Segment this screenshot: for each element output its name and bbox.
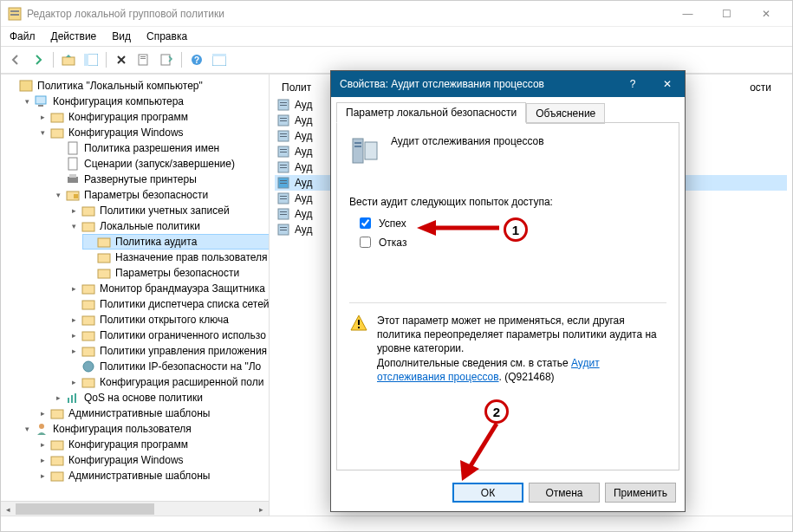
details-button[interactable] [210, 50, 229, 69]
audit-item-icon [276, 160, 290, 174]
tree-pubkey[interactable]: ▸Политики открытого ключа [67, 312, 270, 328]
tree-security[interactable]: ▾Параметры безопасности [51, 187, 270, 203]
tree-user-rights[interactable]: Назначение прав пользователя [82, 250, 270, 265]
folder-icon [81, 297, 95, 311]
collapse-icon[interactable]: ▾ [37, 127, 48, 138]
refresh-button[interactable] [134, 50, 153, 69]
dialog-close-button[interactable]: ✕ [650, 71, 685, 97]
apply-button[interactable]: Применить [605, 483, 676, 503]
maximize-button[interactable]: ☐ [707, 1, 746, 26]
tree-audit-policy[interactable]: Политика аудита [82, 234, 270, 250]
tree-software2[interactable]: ▸Конфигурация программ [36, 437, 270, 452]
back-button[interactable] [6, 50, 25, 69]
tree-ipsec[interactable]: Политики IP-безопасности на "Ло [67, 359, 270, 374]
audit-item-icon [276, 176, 290, 190]
expand-icon[interactable]: ▸ [37, 455, 48, 465]
svg-rect-34 [82, 347, 94, 356]
folder-icon [81, 328, 95, 342]
menu-help[interactable]: Справка [145, 29, 189, 44]
checkbox-failure-input[interactable] [360, 237, 371, 248]
collapse-icon[interactable]: ▾ [53, 190, 63, 200]
tree-qos[interactable]: ▸QoS на основе политики [51, 390, 270, 405]
up-button[interactable] [59, 50, 78, 69]
tree-printers[interactable]: Развернутые принтеры [51, 172, 270, 187]
tree-windows-config2[interactable]: ▸Конфигурация Windows [36, 452, 270, 468]
tree-restrict[interactable]: ▸Политики ограниченного использо [67, 328, 270, 343]
menu-action[interactable]: Действие [49, 29, 99, 44]
tree-admin-templates-u[interactable]: ▸Административные шаблоны [36, 468, 270, 483]
expand-icon[interactable]: ▸ [68, 315, 79, 325]
delete-button[interactable] [112, 50, 131, 69]
show-hide-tree-button[interactable] [81, 50, 101, 69]
scroll-left-icon[interactable]: ◂ [1, 502, 16, 516]
close-button[interactable]: ✕ [746, 1, 785, 26]
minimize-button[interactable]: — [668, 1, 707, 26]
svg-rect-50 [280, 120, 287, 121]
tab-explanation[interactable]: Объяснение [526, 103, 605, 124]
tree-software[interactable]: ▸Конфигурация программ [36, 109, 270, 125]
expand-icon[interactable]: ▸ [37, 408, 48, 418]
tree-advaudit[interactable]: ▸Конфигурация расширенной поли [67, 374, 270, 390]
warning-icon [349, 314, 368, 333]
tree-computer-config[interactable]: ▾Конфигурация компьютера [20, 94, 270, 109]
help-button[interactable]: ? [187, 50, 206, 69]
tree-pane[interactable]: Политика "Локальный компьютер" ▾Конфигур… [1, 75, 270, 516]
tree-admin-templates-c[interactable]: ▸Административные шаблоны [36, 405, 270, 421]
tree-local-policies[interactable]: ▾Локальные политики [67, 218, 270, 234]
svg-rect-53 [280, 136, 287, 137]
collapse-icon[interactable]: ▾ [22, 96, 32, 107]
tree-account-policies[interactable]: ▸Политики учетных записей [67, 203, 270, 218]
expand-icon[interactable]: ▸ [68, 330, 79, 341]
expand-icon[interactable]: ▸ [37, 470, 48, 481]
expand-icon[interactable]: ▸ [53, 393, 63, 403]
svg-rect-49 [280, 118, 287, 119]
tree-scripts[interactable]: Сценарии (запуск/завершение) [51, 156, 270, 172]
tree-firewall[interactable]: ▸Монитор брандмауэра Защитника [67, 281, 270, 296]
folder-icon [50, 453, 64, 467]
scroll-thumb[interactable] [16, 503, 154, 515]
svg-rect-59 [280, 167, 287, 168]
expand-icon[interactable]: ▸ [68, 377, 79, 387]
tree-user-config[interactable]: ▾Конфигурация пользователя [20, 421, 270, 437]
audit-item-icon [276, 98, 290, 112]
dialog-title: Свойства: Аудит отслеживания процессов [340, 78, 615, 90]
svg-point-41 [39, 424, 44, 429]
menu-file[interactable]: Файл [8, 29, 37, 44]
checkbox-failure[interactable]: Отказ [356, 234, 666, 250]
tree-security-options[interactable]: Параметры безопасности [82, 265, 270, 281]
tree-hscrollbar[interactable]: ◂ ▸ [1, 501, 269, 516]
forward-button[interactable] [29, 50, 48, 69]
collapse-icon[interactable]: ▾ [68, 221, 79, 231]
checkbox-success-input[interactable] [360, 217, 371, 229]
tab-local-security[interactable]: Параметр локальной безопасности [336, 102, 526, 123]
expand-icon[interactable]: ▸ [68, 346, 79, 356]
svg-rect-47 [280, 105, 287, 106]
svg-rect-2 [10, 14, 19, 16]
ok-button[interactable]: ОК [452, 483, 523, 503]
main-window: Редактор локальной групповой политики — … [0, 0, 793, 532]
checkbox-success[interactable]: Успех [356, 215, 666, 231]
svg-rect-33 [82, 332, 94, 341]
svg-rect-76 [358, 320, 360, 325]
expand-icon[interactable]: ▸ [68, 205, 79, 216]
computer-icon [35, 94, 49, 108]
tree-netlist[interactable]: Политики диспетчера списка сетей [67, 296, 270, 312]
svg-rect-14 [20, 81, 32, 91]
expand-icon[interactable]: ▸ [68, 283, 79, 294]
tree-root[interactable]: Политика "Локальный компьютер" [4, 78, 270, 94]
menu-view[interactable]: Вид [110, 29, 133, 44]
tree-windows-config[interactable]: ▾Конфигурация Windows [36, 125, 270, 140]
dialog-help-button[interactable]: ? [615, 71, 650, 97]
expand-icon[interactable]: ▸ [37, 439, 48, 450]
col-param[interactable]: ости [743, 80, 778, 95]
audit-item-icon [276, 129, 290, 143]
expand-icon[interactable]: ▸ [37, 112, 48, 122]
cancel-button[interactable]: Отмена [529, 483, 600, 503]
tree-name-policy[interactable]: Политика разрешения имен [51, 140, 270, 156]
export-button[interactable] [157, 50, 176, 69]
tree-appctrl[interactable]: ▸Политики управления приложения [67, 343, 270, 359]
user-icon [35, 422, 49, 436]
collapse-icon[interactable]: ▾ [22, 424, 32, 434]
scroll-right-icon[interactable]: ▸ [254, 502, 269, 516]
ipsec-icon [81, 360, 95, 373]
